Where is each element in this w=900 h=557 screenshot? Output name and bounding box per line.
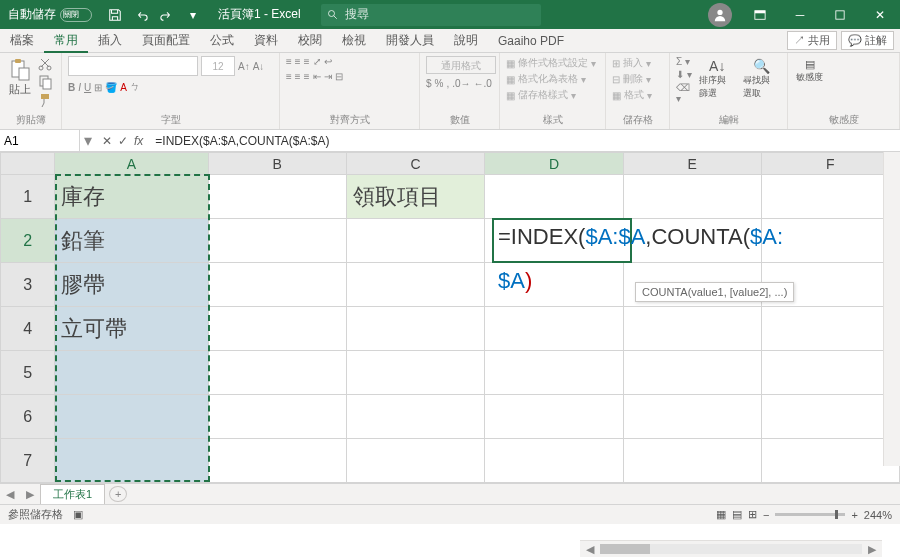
cell-F6[interactable] [761, 395, 899, 439]
cell-C5[interactable] [346, 351, 485, 395]
maximize-icon[interactable] [820, 0, 860, 29]
tab-review[interactable]: 校閱 [288, 28, 332, 53]
tab-gaaiho[interactable]: Gaaiho PDF [488, 30, 574, 52]
save-icon[interactable] [106, 6, 124, 24]
macro-record-icon[interactable]: ▣ [73, 508, 83, 521]
cell-E1[interactable] [623, 175, 761, 219]
tab-formulas[interactable]: 公式 [200, 28, 244, 53]
dec-decimal-icon[interactable]: ←.0 [474, 78, 492, 89]
cell-B2[interactable] [208, 219, 346, 263]
sheet-nav-next-icon[interactable]: ▶ [20, 488, 40, 501]
view-layout-icon[interactable]: ▤ [732, 508, 742, 521]
sheet-nav-prev-icon[interactable]: ◀ [0, 488, 20, 501]
copy-icon[interactable] [38, 74, 54, 90]
border-icon[interactable]: ⊞ [94, 82, 102, 93]
cell-D7[interactable] [485, 439, 623, 483]
cell-A5[interactable] [55, 351, 208, 395]
orientation-icon[interactable]: ⤢ [313, 56, 321, 67]
increase-font-icon[interactable]: A↑ [238, 61, 250, 72]
underline-icon[interactable]: U [84, 82, 91, 93]
cell-C2[interactable] [346, 219, 485, 263]
fill-color-icon[interactable]: 🪣 [105, 82, 117, 93]
autosum-icon[interactable]: Σ ▾ [676, 56, 693, 67]
zoom-level[interactable]: 244% [864, 509, 892, 521]
decrease-font-icon[interactable]: A↓ [253, 61, 265, 72]
row-header-5[interactable]: 5 [1, 351, 55, 395]
select-all-corner[interactable] [1, 153, 55, 175]
tab-home[interactable]: 常用 [44, 28, 88, 53]
inc-decimal-icon[interactable]: .0→ [452, 78, 470, 89]
phonetic-icon[interactable]: ㄅ [130, 80, 140, 94]
name-box[interactable]: A1 [0, 130, 80, 151]
delete-cells-button[interactable]: ⊟ 刪除 ▾ [612, 72, 651, 86]
cell-D1[interactable] [485, 175, 623, 219]
number-format-combo[interactable]: 通用格式 [426, 56, 496, 74]
row-header-4[interactable]: 4 [1, 307, 55, 351]
row-header-1[interactable]: 1 [1, 175, 55, 219]
cell-E7[interactable] [623, 439, 761, 483]
tab-developer[interactable]: 開發人員 [376, 28, 444, 53]
cell-F4[interactable] [761, 307, 899, 351]
zoom-slider[interactable] [775, 513, 845, 516]
tab-insert[interactable]: 插入 [88, 28, 132, 53]
tab-help[interactable]: 說明 [444, 28, 488, 53]
view-break-icon[interactable]: ⊞ [748, 508, 757, 521]
redo-icon[interactable] [158, 6, 176, 24]
currency-icon[interactable]: $ [426, 78, 432, 89]
col-header-D[interactable]: D [485, 153, 623, 175]
tab-view[interactable]: 檢視 [332, 28, 376, 53]
bold-icon[interactable]: B [68, 82, 75, 93]
row-header-6[interactable]: 6 [1, 395, 55, 439]
percent-icon[interactable]: % [435, 78, 444, 89]
clear-icon[interactable]: ⌫ ▾ [676, 82, 693, 104]
cell-A1[interactable]: 庫存 [55, 175, 208, 219]
cell-F1[interactable] [761, 175, 899, 219]
formula-input[interactable]: =INDEX($A:$A,COUNTA($A:$A) [149, 134, 900, 148]
conditional-format-button[interactable]: ▦ 條件式格式設定 ▾ [506, 56, 596, 70]
cut-icon[interactable] [38, 56, 54, 72]
format-table-button[interactable]: ▦ 格式化為表格 ▾ [506, 72, 586, 86]
cell-F5[interactable] [761, 351, 899, 395]
new-sheet-icon[interactable]: + [109, 486, 127, 502]
tab-file[interactable]: 檔案 [0, 28, 44, 53]
worksheet-grid[interactable]: A B C D E F 1 庫存 領取項目 2 鉛筆 3 膠帶 4 立可帶 5 … [0, 152, 900, 483]
cell-B5[interactable] [208, 351, 346, 395]
cell-B3[interactable] [208, 263, 346, 307]
user-avatar-icon[interactable] [708, 3, 732, 27]
sensitivity-button[interactable]: ▤敏感度 [794, 56, 825, 86]
font-name-combo[interactable] [68, 56, 198, 76]
ribbon-display-icon[interactable] [740, 0, 780, 29]
cell-E6[interactable] [623, 395, 761, 439]
align-left-icon[interactable]: ≡ [286, 71, 292, 82]
align-mid-icon[interactable]: ≡ [295, 56, 301, 67]
tab-data[interactable]: 資料 [244, 28, 288, 53]
cell-A7[interactable] [55, 439, 208, 483]
indent-dec-icon[interactable]: ⇤ [313, 71, 321, 82]
col-header-C[interactable]: C [346, 153, 485, 175]
cell-B4[interactable] [208, 307, 346, 351]
view-normal-icon[interactable]: ▦ [716, 508, 726, 521]
sort-filter-button[interactable]: A↓排序與篩選 [697, 56, 737, 102]
close-icon[interactable]: ✕ [860, 0, 900, 29]
qat-customize-icon[interactable]: ▾ [184, 6, 202, 24]
col-header-B[interactable]: B [208, 153, 346, 175]
undo-icon[interactable] [132, 6, 150, 24]
cell-D6[interactable] [485, 395, 623, 439]
enter-formula-icon[interactable]: ✓ [118, 134, 128, 148]
paste-button[interactable]: 貼上 [6, 56, 34, 99]
align-bot-icon[interactable]: ≡ [304, 56, 310, 67]
row-header-3[interactable]: 3 [1, 263, 55, 307]
zoom-in-icon[interactable]: + [851, 509, 857, 521]
cell-E4[interactable] [623, 307, 761, 351]
cell-D4[interactable] [485, 307, 623, 351]
minimize-icon[interactable]: ─ [780, 0, 820, 29]
cell-C4[interactable] [346, 307, 485, 351]
cell-C6[interactable] [346, 395, 485, 439]
comments-button[interactable]: 💬 註解 [841, 31, 894, 50]
cell-C3[interactable] [346, 263, 485, 307]
vertical-scrollbar[interactable] [883, 152, 900, 466]
zoom-out-icon[interactable]: − [763, 509, 769, 521]
cell-B7[interactable] [208, 439, 346, 483]
tab-layout[interactable]: 頁面配置 [132, 28, 200, 53]
cell-F7[interactable] [761, 439, 899, 483]
